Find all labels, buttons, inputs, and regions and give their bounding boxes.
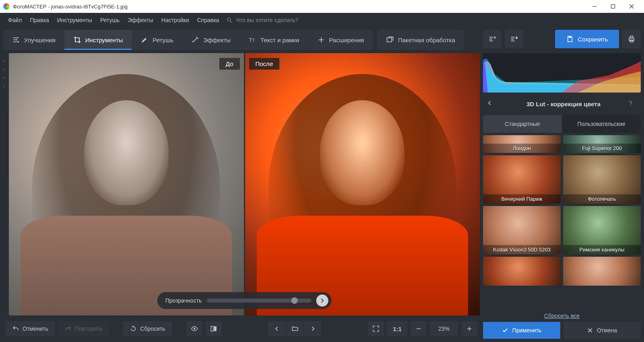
folder-icon (291, 325, 299, 332)
collapse-chevron-icon[interactable]: › (3, 67, 9, 72)
help-button[interactable]: ? (629, 100, 637, 107)
tab-extensions[interactable]: Расширения (308, 30, 373, 50)
chevron-left-icon (487, 100, 493, 106)
minimize-button[interactable] (585, 0, 604, 13)
preset-kodak-vision3[interactable]: Kodak Vision3 50D 5203 (483, 206, 561, 254)
lut-tabs: Стандартные Пользовательские (483, 115, 641, 133)
menubar: Файл Правка Инструменты Ретушь Эффекты Н… (0, 13, 644, 27)
batch-icon (386, 36, 394, 44)
compare-toggle-button[interactable] (206, 321, 222, 336)
preset-london[interactable]: Лондон (483, 135, 561, 153)
menu-help[interactable]: Справка (193, 15, 223, 25)
tab-batch[interactable]: Пакетная обработка (377, 30, 464, 50)
open-folder-button[interactable] (286, 321, 303, 336)
opacity-track[interactable] (206, 299, 311, 303)
tab-improve-label: Улучшения (24, 37, 56, 43)
mode-tabs: Улучшения Инструменты Ретушь Эффекты TT … (3, 30, 373, 50)
preset-fuji-superior-200[interactable]: Fuji Superior 200 (563, 135, 641, 153)
tab-text[interactable]: TT Текст и рамки (239, 30, 308, 50)
preview-canvas[interactable]: До После Прозрачность (9, 53, 480, 315)
undo-button[interactable]: Отменить (6, 321, 55, 336)
tab-tools-label: Инструменты (85, 37, 123, 43)
add-preset-button[interactable] (483, 30, 502, 48)
menu-tools[interactable]: Инструменты (53, 15, 96, 25)
preset-roman-holiday[interactable]: Римские каникулы (563, 206, 641, 254)
lut-tab-standard[interactable]: Стандартные (483, 115, 562, 133)
search-icon (226, 17, 233, 23)
command-search[interactable]: Что вы хотите сделать? (226, 17, 298, 23)
opacity-thumb[interactable] (291, 297, 297, 304)
save-button[interactable]: Сохранить (555, 30, 619, 48)
brush-icon (140, 36, 149, 44)
menu-edit[interactable]: Правка (26, 15, 53, 25)
wand-icon (191, 36, 199, 44)
maximize-button[interactable] (604, 0, 622, 13)
tab-batch-label: Пакетная обработка (398, 37, 455, 43)
tab-retouch[interactable]: Ретушь (132, 30, 182, 50)
zoom-value[interactable]: 23% (430, 321, 458, 336)
prev-image-button[interactable] (268, 321, 286, 336)
svg-rect-18 (630, 36, 633, 38)
reset-icon (130, 325, 137, 332)
collapse-chevron-icon[interactable]: › (3, 84, 9, 89)
tab-effects-label: Эффекты (203, 37, 231, 43)
opacity-next-button[interactable] (316, 295, 328, 307)
lut-tab-custom[interactable]: Пользовательские (562, 115, 641, 133)
preset-label: Фотопечать (563, 194, 641, 204)
fit-screen-button[interactable] (368, 321, 384, 336)
collapse-chevron-icon[interactable]: › (3, 76, 9, 80)
preset-item[interactable] (483, 257, 561, 286)
cancel-button[interactable]: Отмена (564, 322, 641, 339)
cancel-label: Отмена (597, 327, 617, 334)
import-preset-button[interactable] (505, 30, 523, 48)
menu-settings[interactable]: Настройки (157, 15, 193, 25)
crop-icon (73, 36, 81, 44)
opacity-slider[interactable]: Прозрачность (157, 292, 332, 309)
redo-button[interactable]: Повторить (58, 321, 109, 336)
actual-size-button[interactable]: 1:1 (387, 321, 407, 336)
menu-retouch[interactable]: Ретушь (96, 15, 124, 25)
menu-effects[interactable]: Эффекты (124, 15, 157, 25)
nav-group (268, 321, 321, 336)
preset-item[interactable] (563, 257, 641, 286)
reset-all-link[interactable]: Сбросить все (544, 313, 580, 319)
menu-file[interactable]: Файл (4, 15, 26, 25)
collapse-chevron-icon[interactable]: › (3, 59, 9, 63)
preset-evening-paris[interactable]: Вечерний Париж (483, 155, 561, 204)
preview-toggle-button[interactable] (186, 321, 202, 336)
sliders-icon (12, 36, 20, 44)
close-icon (587, 328, 593, 333)
svg-line-5 (230, 21, 232, 23)
print-button[interactable] (622, 30, 641, 48)
save-label: Сохранить (578, 36, 608, 43)
undo-label: Отменить (23, 326, 48, 332)
apply-label: Применить (512, 327, 541, 334)
bottom-toolbar: Отменить Повторить Сбросить (3, 319, 480, 339)
eye-icon (191, 325, 198, 332)
back-button[interactable] (487, 100, 498, 107)
tab-improve[interactable]: Улучшения (3, 30, 64, 50)
zoom-in-button[interactable] (461, 321, 477, 336)
tab-text-label: Текст и рамки (260, 37, 299, 43)
close-button[interactable] (622, 0, 641, 13)
zoom-out-button[interactable] (411, 321, 427, 336)
zoom-ratio-label: 1:1 (393, 326, 402, 332)
tab-effects[interactable]: Эффекты (182, 30, 239, 50)
svg-point-8 (18, 41, 19, 42)
tab-tools[interactable]: Инструменты (64, 30, 132, 50)
section-title: 3D Lut - коррекция цвета (498, 101, 629, 107)
sliders-plus-icon (488, 35, 497, 43)
preset-photoprint[interactable]: Фотопечать (563, 155, 641, 204)
preset-label: Вечерний Париж (483, 194, 561, 204)
sliders-download-icon (510, 35, 518, 43)
reset-button[interactable]: Сбросить (123, 321, 171, 336)
plus-icon (466, 325, 473, 332)
apply-button[interactable]: Применить (483, 322, 560, 339)
text-icon: TT (248, 36, 256, 44)
histogram[interactable] (483, 53, 641, 93)
next-image-button[interactable] (303, 321, 321, 336)
preset-list[interactable]: Лондон Fuji Superior 200 Вечерний Париж … (483, 135, 641, 308)
check-icon (502, 327, 508, 334)
preview-after: После (245, 53, 480, 315)
left-chevron-column: › › › › (3, 53, 9, 315)
